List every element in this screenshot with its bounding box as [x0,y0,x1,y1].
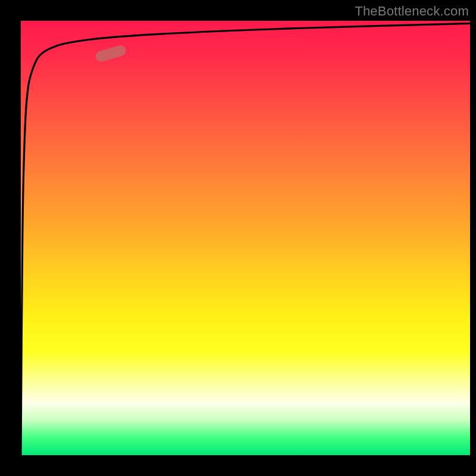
chart-root: TheBottleneck.com [0,0,476,476]
chart-svg [21,21,470,455]
bottleneck-curve-line [21,23,470,455]
watermark-text: TheBottleneck.com [355,4,469,19]
